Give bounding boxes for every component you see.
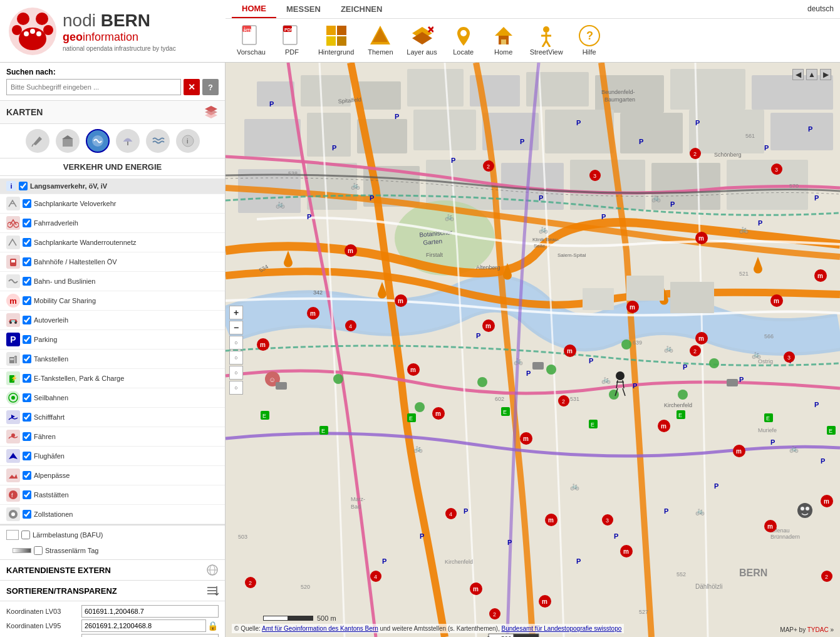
- map-icon-info[interactable]: i: [176, 129, 200, 153]
- nav-zeichnen[interactable]: ZEICHNEN: [331, 0, 392, 18]
- map-icon-pen[interactable]: [26, 129, 49, 153]
- attribution-link1[interactable]: Amt für Geoinformation des Kantons Bern: [262, 625, 378, 632]
- svg-text:🚲: 🚲: [351, 180, 360, 190]
- nav-messen[interactable]: MESSEN: [276, 0, 331, 18]
- layer-checkbox-tankstellen[interactable]: [23, 355, 31, 363]
- layer-checkbox-schifffahrt[interactable]: [23, 413, 31, 422]
- svg-text:P: P: [576, 119, 581, 127]
- locate-tool[interactable]: Locate: [445, 22, 482, 58]
- layer-icon-bahnhoefe: [6, 255, 20, 269]
- home-tool[interactable]: Home: [485, 22, 522, 58]
- svg-text:m: m: [548, 517, 554, 524]
- zoom-level-3[interactable]: ○: [229, 366, 243, 380]
- layer-checkbox-alpenpässe[interactable]: [23, 471, 31, 480]
- svg-text:P: P: [476, 332, 480, 339]
- laerm-checkbox[interactable]: [21, 531, 30, 539]
- coord-input-laenge[interactable]: [81, 634, 219, 637]
- zoom-in-button[interactable]: +: [229, 306, 243, 319]
- layer-checkbox-autoverleih[interactable]: [23, 316, 31, 324]
- search-help-button[interactable]: ?: [202, 79, 219, 95]
- layer-group-info-icon[interactable]: i: [6, 181, 16, 191]
- nav-home[interactable]: HOME: [232, 0, 276, 18]
- svg-text:570: 570: [789, 183, 799, 189]
- pdf-tool[interactable]: PDF PDF: [273, 22, 311, 58]
- layer-checkbox-sachplankarte-wander[interactable]: [23, 238, 31, 247]
- svg-point-265: [333, 374, 343, 384]
- svg-text:P: P: [601, 213, 606, 220]
- sortieren-section[interactable]: SORTIEREN/TRANSPARENZ: [0, 581, 225, 601]
- layer-checkbox-zollstationen[interactable]: [23, 510, 31, 519]
- search-input[interactable]: [6, 79, 181, 95]
- coord-input-lv03[interactable]: [81, 605, 219, 618]
- strassenlarm-row: Strassenlärm Tag: [0, 544, 225, 557]
- vorschau-tool[interactable]: HTML Vorschau: [232, 22, 271, 58]
- layer-checkbox-flughaefen[interactable]: [23, 452, 31, 460]
- hilfe-tool[interactable]: ? Hilfe: [571, 22, 608, 58]
- coord-input-lv95[interactable]: [81, 619, 206, 632]
- svg-text:m: m: [485, 323, 491, 329]
- strassenlarm-checkbox[interactable]: [34, 546, 43, 555]
- svg-point-260: [546, 365, 556, 375]
- map-icon-weather[interactable]: [116, 129, 140, 153]
- svg-rect-29: [501, 39, 506, 44]
- map-area[interactable]: Botanischer Garten: [226, 63, 840, 637]
- kartendienste-section[interactable]: KARTENDIENSTE EXTERN: [0, 559, 225, 581]
- map-nav-right[interactable]: ▶: [820, 69, 831, 80]
- svg-text:🚲: 🚲: [695, 506, 705, 515]
- svg-rect-273: [670, 282, 714, 313]
- svg-text:m: m: [824, 498, 829, 505]
- layer-checkbox-parking[interactable]: [23, 335, 31, 344]
- map-icon-building[interactable]: [56, 129, 80, 153]
- svg-point-291: [797, 503, 812, 518]
- layeraus-tool[interactable]: Layer aus: [402, 22, 442, 58]
- streetview-label: StreetView: [530, 48, 563, 56]
- layer-item-flughaefen: Flughäfen: [0, 447, 225, 466]
- svg-text:🚲: 🚲: [514, 356, 523, 365]
- layer-checkbox-raststätten[interactable]: [23, 490, 31, 499]
- map-icon-waves[interactable]: [146, 129, 170, 153]
- layer-name-bahnhoefe: Bahnhöfe / Haltestellen ÖV: [34, 258, 219, 266]
- layer-checkbox-sachplankarte-velo[interactable]: [23, 199, 31, 208]
- zoom-out-button[interactable]: −: [229, 321, 243, 334]
- svg-text:m: m: [410, 366, 416, 373]
- svg-text:L: L: [244, 26, 246, 30]
- map-nav-up[interactable]: ▲: [806, 69, 817, 80]
- layer-icon-zollstationen: [6, 507, 20, 521]
- layer-checkbox-mobility-car-sharing[interactable]: [23, 296, 31, 305]
- map-nav-left[interactable]: ◀: [792, 69, 804, 80]
- themen-tool[interactable]: Themen: [361, 22, 399, 58]
- attribution-link2[interactable]: Bundesamt für Landestopografie swisstopo: [501, 625, 621, 632]
- zoom-level-1[interactable]: ○: [229, 336, 243, 350]
- svg-text:P: P: [520, 138, 524, 145]
- nav-area: HOME MESSEN ZEICHNEN deutsch HTML Vorsch…: [226, 0, 840, 62]
- svg-text:Beundenfeld-: Beundenfeld-: [601, 89, 635, 95]
- svg-text:Altenberg: Altenberg: [476, 264, 500, 271]
- lock-icon[interactable]: 🔒: [206, 619, 219, 632]
- layer-item-faehren: Fähren: [0, 427, 225, 447]
- logo-nodi: nodi: [63, 11, 101, 30]
- layer-icon-bahn-buslinien: [6, 274, 20, 288]
- layer-checkbox-e-tankstellen[interactable]: [23, 374, 31, 383]
- layer-checkbox-bahnhoefe[interactable]: [23, 257, 31, 266]
- nav-language[interactable]: deutsch: [807, 4, 834, 13]
- svg-point-264: [678, 390, 688, 400]
- laerm-row: Lärmbelastung (BAFU): [6, 528, 219, 542]
- layer-checkbox-seilbahnen[interactable]: [23, 393, 31, 402]
- streetview-tool[interactable]: StreetView: [525, 22, 568, 58]
- karten-header[interactable]: KARTEN: [0, 101, 225, 124]
- header: nodi BERN geoinformation national openda…: [0, 0, 840, 63]
- layer-group-checkbox[interactable]: [19, 182, 28, 190]
- hintergrund-tool[interactable]: Hintergrund: [313, 22, 359, 58]
- zoom-level-2[interactable]: ○: [229, 351, 243, 365]
- layer-checkbox-fahrradverleih[interactable]: [23, 219, 31, 227]
- strassenlarm-label: Strassenlärm Tag: [45, 547, 98, 554]
- layer-checkbox-faehren[interactable]: [23, 432, 31, 441]
- map-icon-roads[interactable]: [86, 129, 110, 153]
- svg-text:P: P: [370, 194, 374, 202]
- svg-text:m: m: [473, 586, 479, 593]
- logo-info: information: [83, 31, 138, 43]
- search-clear-button[interactable]: ✕: [184, 79, 200, 95]
- zoom-level-4[interactable]: ○: [229, 381, 243, 395]
- layer-checkbox-bahn-buslinien[interactable]: [23, 277, 31, 286]
- layer-icon-parking: P: [6, 333, 20, 346]
